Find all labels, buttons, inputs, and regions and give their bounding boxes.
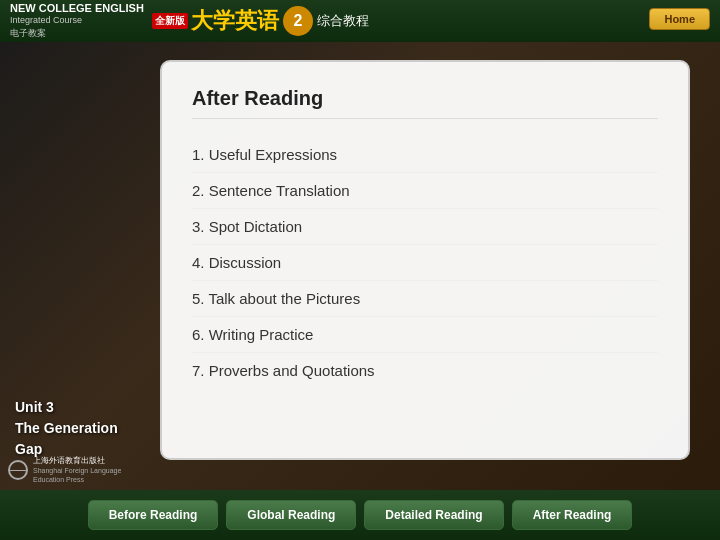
left-sidebar: Unit 3 The Generation Gap [0,42,150,490]
global-reading-button[interactable]: Global Reading [226,500,356,530]
header-bar: NEW COLLEGE ENGLISH Integrated Course 电子… [0,0,720,42]
menu-item-5[interactable]: 5. Talk about the Pictures [192,281,658,317]
menu-item-6[interactable]: 6. Writing Practice [192,317,658,353]
after-reading-button[interactable]: After Reading [512,500,633,530]
zonghejiaocheng-text: 综合教程 [317,12,369,30]
menu-item-4[interactable]: 4. Discussion [192,245,658,281]
bottom-nav: Before Reading Global Reading Detailed R… [0,490,720,540]
menu-list: 1. Useful Expressions 2. Sentence Transl… [192,137,658,388]
header-title-cn: 全新版 大学英语 2 综合教程 [152,6,369,36]
panel-title: After Reading [192,87,658,119]
publisher-name-cn: 上海外语教育出版社 [33,456,152,466]
unit-line2: The Generation [15,418,135,439]
logo-text: NEW COLLEGE ENGLISH Integrated Course 电子… [10,2,144,41]
publisher-name-en: Shanghai Foreign Language Education Pres… [33,466,152,484]
dianzi-jiaoan-text: 电子教案 [10,27,144,40]
publisher-bar: 上海外语教育出版社 Shanghai Foreign Language Educ… [0,450,160,490]
daxue-yingyu-text: 大学英语 [191,10,279,32]
detailed-reading-button[interactable]: Detailed Reading [364,500,503,530]
quanxinban-badge: 全新版 [152,13,188,29]
main-panel: After Reading 1. Useful Expressions 2. S… [160,60,690,460]
publisher-globe-icon [8,460,28,480]
menu-item-1[interactable]: 1. Useful Expressions [192,137,658,173]
menu-item-2[interactable]: 2. Sentence Translation [192,173,658,209]
new-college-english-text: NEW COLLEGE ENGLISH [10,2,144,15]
integrated-course-text: Integrated Course [10,15,144,26]
home-button[interactable]: Home [649,8,710,30]
menu-item-7[interactable]: 7. Proverbs and Quotations [192,353,658,388]
menu-item-3[interactable]: 3. Spot Dictation [192,209,658,245]
circle-number: 2 [283,6,313,36]
unit-line1: Unit 3 [15,397,135,418]
publisher-logo: 上海外语教育出版社 Shanghai Foreign Language Educ… [33,456,152,485]
before-reading-button[interactable]: Before Reading [88,500,219,530]
